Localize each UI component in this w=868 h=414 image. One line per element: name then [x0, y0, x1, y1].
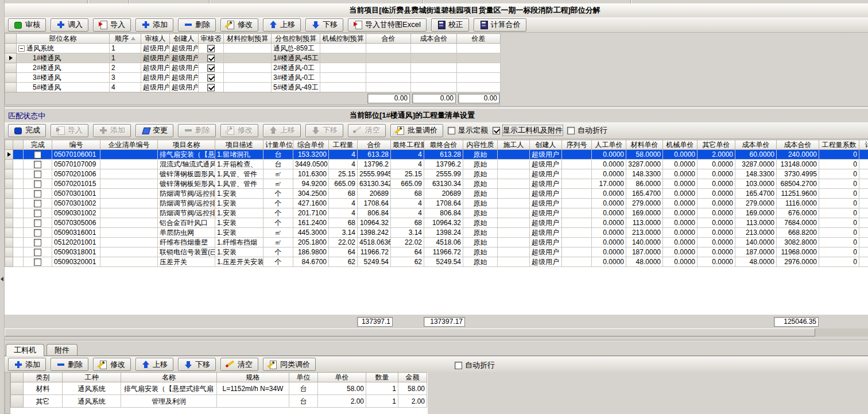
item-name[interactable]: 纤维布挡烟垂壁 [158, 238, 215, 247]
column-header[interactable]: 机械单价 [663, 140, 698, 150]
checkbox-box[interactable] [493, 127, 500, 134]
column-header[interactable]: 单位 [289, 373, 318, 382]
column-header[interactable]: 成本单价 [735, 140, 777, 150]
column-header[interactable]: 成本合价 [777, 140, 819, 150]
table-row[interactable]: 05070301002 防烟调节阀/远控排烟阀 1.安装 个 427.1600 … [5, 199, 868, 208]
audited-checkbox[interactable] [207, 55, 215, 62]
resource-name[interactable]: 管理及利润 [121, 395, 217, 408]
table-row[interactable]: 05070301001 防烟调节阀/远控排烟阀 1.安装 个 304.2500 … [5, 189, 868, 199]
item-name[interactable]: 防烟调节阀/远控排烟阀 [158, 199, 215, 208]
item-code[interactable]: 05070201006 [52, 169, 100, 179]
auto-wrap-bottom-checkbox[interactable]: 自动折行 [455, 360, 495, 370]
column-header[interactable]: 最终合价 [424, 140, 463, 150]
column-header[interactable]: 材料控制预算 [224, 34, 272, 44]
left-splitter[interactable] [0, 0, 5, 414]
audited-checkbox[interactable] [207, 74, 215, 82]
column-header[interactable]: 合价 [366, 34, 411, 44]
collapse-arrow-icon[interactable] [1, 277, 3, 281]
item-name[interactable]: 防烟调节阀/远控排烟阀 [158, 189, 215, 199]
item-name[interactable]: 防烟调节阀/远控排烟阀 [158, 208, 215, 218]
column-header[interactable]: 单价 [318, 373, 366, 382]
item-name[interactable]: 混流式/轴流式通风机 [158, 160, 215, 169]
item-code[interactable]: 05070107009 [52, 160, 100, 169]
import-button[interactable]: 导入 [93, 18, 131, 32]
column-header[interactable]: 企业清单编号 [100, 140, 158, 150]
5#楼通风[interactable]: 5#楼通风 4 超级用户 超级用户 5#楼通风-49工 [5, 83, 501, 92]
column-header[interactable]: 计量单位 [264, 140, 293, 150]
change-button[interactable]: 变更 [135, 124, 173, 137]
column-header[interactable]: 最终工程量 [391, 140, 424, 150]
通风系统[interactable]: 通风系统 1 超级用户 超级用户 通风总-859工 [5, 44, 501, 53]
table-row[interactable]: 材料 通风系统 排气扇安装（【悬壁式排气扇 L=1152ml/h N=34W 台… [11, 382, 427, 395]
column-header[interactable]: 工种 [63, 373, 121, 382]
delete-resource-button[interactable]: 删除 [51, 358, 88, 371]
column-header[interactable]: 材料单价 [626, 140, 663, 150]
column-header[interactable]: 完成 [24, 140, 52, 150]
complete-checkbox[interactable] [34, 180, 41, 188]
complete-checkbox[interactable] [34, 161, 41, 168]
move-up-resource-button[interactable]: 上移 [135, 358, 173, 371]
item-code[interactable]: 05070106001 [52, 150, 100, 160]
table-row[interactable]: 05070106001 排气扇安装（【悬壁式排气扇 1.留堵洞孔 台 153.3… [5, 150, 868, 160]
tree-collapse-icon[interactable] [18, 45, 25, 52]
calc-total-button[interactable]: 计算合价 [474, 18, 526, 32]
table-row[interactable]: 05070305006 铝合金百叶风口 周 1.安装 个 161.2400 68… [5, 218, 868, 228]
complete-checkbox[interactable] [34, 258, 41, 266]
item-code[interactable]: 05070201015 [52, 179, 100, 189]
move-down-list-button[interactable]: 下移 [305, 124, 343, 137]
column-header[interactable]: 部位名称 [17, 34, 110, 44]
horizontal-scrollbar[interactable] [5, 328, 868, 336]
calibrate-button[interactable]: 校正 [431, 18, 469, 32]
complete-checkbox[interactable] [34, 239, 41, 246]
item-code[interactable]: 05090316001 [52, 228, 100, 238]
delete-button[interactable]: 删除 [178, 18, 216, 32]
1#楼通风[interactable]: 1#楼通风 1 超级用户 超级用户 1#楼通风-45工 [5, 53, 501, 63]
tab-attachment[interactable]: 附件 [46, 344, 78, 355]
audit-button[interactable]: 审核 [8, 18, 46, 32]
table-row[interactable]: 05120201001 纤维布挡烟垂壁 1.纤维布挡烟 ㎡ 205.1800 2… [5, 238, 868, 247]
column-header[interactable]: 类别 [24, 373, 63, 382]
column-header[interactable]: 合价 [358, 140, 391, 150]
complete-checkbox[interactable] [34, 229, 41, 237]
delete-list-button[interactable]: 删除 [178, 124, 216, 137]
complete-button[interactable]: 完成 [8, 124, 46, 137]
batch-price-adjust-button[interactable]: 批量调价 [390, 124, 443, 137]
item-name[interactable]: 单层防虫网 [158, 228, 215, 238]
item-code[interactable]: 05120201001 [52, 238, 100, 247]
column-header[interactable]: 编号 [52, 140, 100, 150]
column-header[interactable]: 价差 [457, 34, 501, 44]
tab-labor-material[interactable]: 工料机 [6, 344, 44, 356]
column-header[interactable]: 项目描述 [215, 140, 264, 150]
table-row[interactable]: 05090301002 防烟调节阀/远控排烟阀 1.安装 个 201.7100 … [5, 208, 868, 218]
column-header[interactable]: 施工人 [498, 140, 530, 150]
add-resource-button[interactable]: 添加 [8, 358, 46, 371]
column-header[interactable]: 人工单价 [592, 140, 626, 150]
column-header[interactable]: 内容性质 [463, 140, 498, 150]
table-row[interactable]: 05070201006 镀锌薄钢板圆形风管 1.风管、管件 ㎡ 101.6300… [5, 169, 868, 179]
checkbox-box[interactable] [448, 127, 455, 134]
move-down-resource-button[interactable]: 下移 [178, 358, 216, 371]
column-header[interactable]: 计划 [859, 140, 868, 150]
move-up-list-button[interactable]: 上移 [263, 124, 301, 137]
table-row[interactable]: 05090320001 压差开关 1.压差开关安装 个 84.6700 62 5… [5, 257, 868, 267]
column-header[interactable]: 创建人 [530, 140, 562, 150]
column-header[interactable]: 顺序 [110, 34, 141, 44]
2#楼通风[interactable]: 2#楼通风 2 超级用户 超级用户 2#楼通风-0工 [5, 63, 501, 73]
resource-name[interactable]: 排气扇安装（【悬壁式排气扇 [121, 382, 217, 395]
horizontal-scrollbar-thumb[interactable] [5, 328, 815, 336]
resource-category[interactable]: 其它 [24, 395, 63, 408]
table-row[interactable]: 05070201015 镀锌薄钢板矩形风管 1.风管、管件 ㎡ 94.9200 … [5, 179, 868, 189]
show-labor-material-checkbox[interactable]: 显示工料机及附件 [493, 125, 563, 136]
column-header[interactable]: 分包控制预算 [272, 34, 320, 44]
move-up-button[interactable]: 上移 [263, 18, 301, 32]
column-header[interactable]: 序列号 [562, 140, 592, 150]
table-row[interactable]: 其它 通风系统 管理及利润 台 2.00 1 2.00 [11, 395, 427, 408]
move-down-button[interactable]: 下移 [305, 18, 343, 32]
audited-checkbox[interactable] [207, 64, 215, 72]
audited-checkbox[interactable] [207, 84, 215, 91]
column-header[interactable]: 金额 [398, 373, 427, 382]
item-name[interactable]: 联锁电信号装置(已锁 [158, 247, 215, 257]
modify-list-button[interactable]: 修改 [220, 124, 258, 137]
complete-checkbox[interactable] [34, 249, 41, 256]
column-header[interactable]: 机械控制预算 [320, 34, 366, 44]
